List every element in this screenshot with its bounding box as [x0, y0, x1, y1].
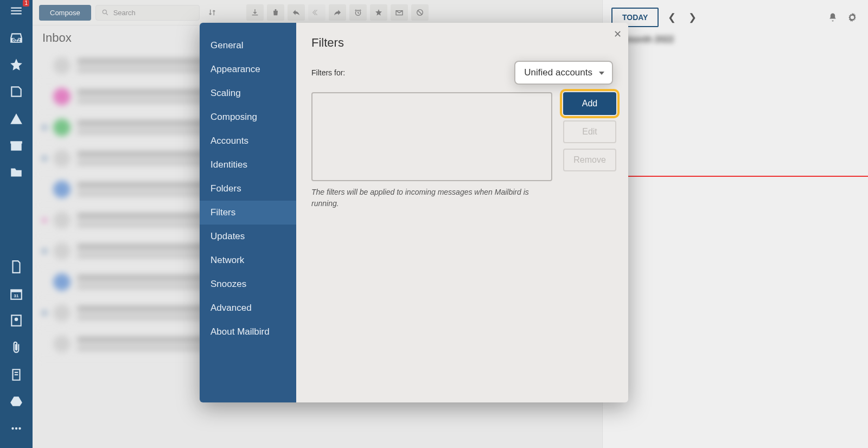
svg-rect-7 — [11, 290, 22, 292]
search-field[interactable] — [112, 8, 174, 17]
drive-icon[interactable] — [7, 393, 26, 411]
notif-badge: 1 — [23, 0, 29, 7]
nav-scaling[interactable]: Scaling — [200, 81, 296, 105]
nav-filters[interactable]: Filters — [200, 201, 296, 225]
reply-all-icon[interactable] — [308, 4, 326, 21]
drafts-count: 15 — [14, 91, 19, 96]
toolbar-actions — [246, 4, 429, 21]
nav-advanced[interactable]: Advanced — [200, 296, 296, 320]
attachment-icon[interactable] — [7, 339, 26, 356]
inbox-icon[interactable]: 822 — [7, 29, 26, 47]
calendar-icon[interactable]: 31 — [7, 285, 26, 303]
nav-general[interactable]: General — [200, 34, 296, 57]
svg-point-10 — [11, 427, 14, 430]
inbox-count: 822 — [12, 37, 20, 43]
note-icon[interactable] — [7, 366, 26, 383]
svg-point-12 — [18, 427, 21, 430]
forward-icon[interactable] — [329, 4, 346, 21]
nav-about[interactable]: About Mailbird — [200, 320, 296, 344]
more-icon[interactable] — [7, 420, 26, 437]
snooze-icon[interactable] — [349, 4, 367, 21]
filter-buttons: Add Edit Remove — [563, 92, 616, 171]
star-button-icon[interactable] — [370, 4, 387, 21]
compose-button[interactable]: Compose — [39, 5, 91, 21]
search-input[interactable] — [95, 5, 200, 21]
mark-read-icon[interactable] — [391, 4, 408, 21]
cal-day: 31 — [14, 293, 19, 298]
bell-icon[interactable] — [826, 10, 840, 24]
folder-icon[interactable] — [7, 164, 26, 181]
nav-updates[interactable]: Updates — [200, 225, 296, 248]
svg-point-11 — [15, 427, 17, 430]
reply-icon[interactable] — [288, 4, 305, 21]
download-icon[interactable] — [246, 4, 264, 21]
contacts-icon[interactable] — [7, 312, 26, 329]
filters-listbox[interactable] — [311, 92, 552, 181]
menu-icon[interactable]: 1 — [7, 2, 26, 20]
sent-icon[interactable] — [7, 110, 26, 127]
archive-icon[interactable] — [7, 137, 26, 155]
filters-for-label: Filters for: — [311, 68, 345, 77]
current-time-line — [603, 176, 868, 177]
svg-point-13 — [103, 10, 106, 14]
calendar-pane: TODAY ❮ ❯ 13 month 2022 — [602, 0, 868, 448]
app-root: 1 822 15 31 Compose — [0, 0, 868, 448]
block-icon[interactable] — [411, 4, 429, 21]
search-icon — [101, 9, 109, 16]
account-select[interactable]: Unified accounts — [514, 61, 613, 85]
gear-icon[interactable] — [845, 10, 859, 24]
add-button[interactable]: Add — [563, 92, 616, 115]
left-rail: 1 822 15 31 — [0, 0, 33, 448]
trash-icon[interactable] — [267, 4, 284, 21]
edit-button: Edit — [563, 120, 616, 143]
settings-title: Filters — [311, 36, 613, 50]
calendar-header: TODAY ❮ ❯ — [603, 0, 868, 35]
settings-dialog: ✕ General Appearance Scaling Composing A… — [200, 23, 628, 402]
nav-network[interactable]: Network — [200, 248, 296, 272]
calendar-date: 13 month 2022 — [603, 35, 868, 44]
toolbar: Compose — [33, 0, 602, 25]
star-icon[interactable] — [7, 56, 26, 73]
svg-point-9 — [15, 318, 18, 322]
nav-identities[interactable]: Identities — [200, 153, 296, 177]
file-icon[interactable] — [7, 258, 26, 276]
folder-title: Inbox — [42, 31, 72, 45]
nav-snoozes[interactable]: Snoozes — [200, 272, 296, 296]
prev-icon[interactable]: ❮ — [664, 10, 679, 25]
nav-accounts[interactable]: Accounts — [200, 129, 296, 153]
drafts-icon[interactable]: 15 — [7, 83, 26, 100]
settings-nav: General Appearance Scaling Composing Acc… — [200, 23, 296, 402]
sort-icon[interactable] — [204, 4, 220, 21]
svg-rect-4 — [11, 143, 22, 150]
nav-appearance[interactable]: Appearance — [200, 57, 296, 81]
nav-folders[interactable]: Folders — [200, 177, 296, 201]
remove-button: Remove — [563, 149, 616, 171]
settings-body: Filters Filters for: Unified accounts Th… — [296, 23, 628, 402]
filters-note: The filters will be applied to incoming … — [311, 187, 550, 209]
nav-composing[interactable]: Composing — [200, 105, 296, 129]
next-icon[interactable]: ❯ — [685, 10, 700, 25]
filters-for-row: Filters for: Unified accounts — [311, 61, 613, 85]
svg-rect-5 — [10, 141, 22, 143]
